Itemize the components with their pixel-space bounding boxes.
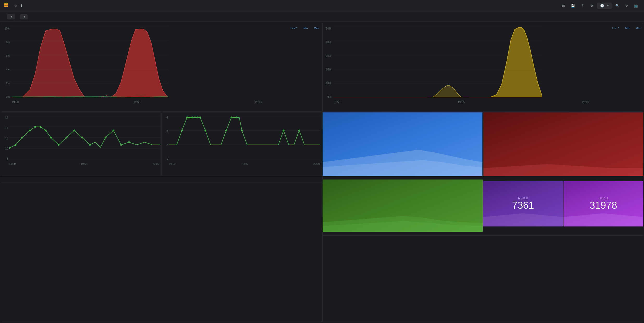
er-y-50: 50% [325, 27, 332, 30]
rd-x-2000: 20:00 [255, 100, 262, 104]
er-x-1955: 19:55 [458, 100, 465, 104]
star-icon[interactable]: ☆ [14, 4, 17, 8]
svg-point-34 [58, 144, 60, 146]
er-chart [334, 27, 542, 97]
rd-y-2s: 2 s [3, 82, 10, 85]
cr-title [162, 112, 321, 115]
er-leg-h-last: Last * [612, 27, 619, 30]
svg-point-51 [199, 117, 201, 118]
er-y-10: 10% [325, 82, 332, 85]
svg-marker-11 [111, 29, 168, 97]
time-chevron-icon: ▾ [607, 4, 609, 7]
rd-y-0s: 0 s [3, 95, 10, 98]
svg-point-36 [73, 130, 75, 131]
requests-duration-panel: 10 s 8 s 6 s 4 s 2 s 0 s [1, 23, 322, 112]
er-leg-h-max: Max [636, 27, 641, 30]
settings-icon[interactable]: ⚙ [588, 2, 596, 9]
svg-marker-19 [490, 27, 542, 97]
svg-point-33 [50, 137, 52, 139]
er-y-40: 40% [325, 40, 332, 44]
svg-point-59 [298, 130, 300, 131]
svg-point-35 [66, 137, 68, 139]
svg-point-40 [113, 130, 114, 131]
tr-title [323, 112, 482, 115]
topbar-left: ☆ ⬆ [4, 3, 23, 8]
rd-leg-h-last: Last * [291, 27, 297, 30]
time-range-picker[interactable]: 🕐 ▾ [597, 3, 612, 9]
svg-point-28 [21, 137, 23, 139]
http11-panel: http/1.1 31978 [563, 181, 643, 226]
cc-x-2000: 20:00 [152, 163, 159, 165]
instance-chevron-icon: ▾ [24, 15, 25, 18]
svg-point-52 [231, 117, 232, 118]
er-x-2000: 20:00 [582, 100, 589, 104]
svg-marker-10 [12, 29, 98, 97]
svg-point-31 [40, 126, 41, 128]
cr-y-3: 3 [163, 130, 168, 133]
job-dropdown[interactable]: ▾ [7, 14, 15, 19]
svg-point-38 [89, 144, 91, 146]
refresh-icon[interactable]: ↻ [623, 2, 630, 9]
http10-label: http/1.0 [518, 197, 528, 200]
svg-point-47 [186, 117, 188, 118]
cc-y-12: 12 [2, 137, 8, 140]
zoom-out-icon[interactable]: 🔍 [613, 2, 621, 9]
cr-x-1955: 19:55 [241, 163, 248, 165]
cc-x-1955: 19:55 [81, 163, 87, 165]
errors-rate-title [323, 23, 643, 26]
svg-point-42 [128, 141, 130, 143]
svg-point-56 [225, 130, 227, 131]
cr-chart [169, 116, 320, 159]
svg-marker-18 [427, 86, 469, 97]
rd-y-6s: 6 s [3, 54, 10, 57]
er-y-20: 20% [325, 68, 332, 71]
errors-rate-panel: 50% 40% 30% 20% 10% 0% [322, 23, 644, 112]
top-ep-table-header [1, 180, 322, 183]
svg-point-49 [194, 117, 196, 118]
http11-label: http/1.1 [599, 197, 608, 200]
topbar-right: ⊞ 💾 ? ⚙ 🕐 ▾ 🔍 ↻ 📺 [560, 2, 640, 9]
cr-y-2: 2 [163, 143, 168, 146]
svg-point-50 [197, 117, 199, 118]
grafana-icon [4, 3, 9, 8]
save-dashboard-icon[interactable]: 💾 [569, 2, 577, 9]
svg-rect-2 [4, 5, 6, 7]
rd-y-4s: 4 s [3, 68, 10, 71]
help-icon[interactable]: ? [578, 2, 586, 9]
instance-dropdown[interactable]: ▾ [20, 14, 28, 19]
svg-point-39 [105, 137, 107, 139]
cc-title [1, 112, 161, 115]
add-panel-icon[interactable]: ⊞ [560, 2, 567, 9]
svg-point-37 [81, 137, 83, 139]
te-title [483, 112, 643, 115]
share-icon[interactable]: ⬆ [20, 4, 23, 8]
rd-y-10s: 10 s [3, 27, 10, 30]
cc-y-8: 8 [2, 157, 8, 160]
svg-point-48 [192, 117, 193, 118]
cr-y-1: 1 [163, 157, 168, 160]
cc-y-14: 14 [2, 127, 8, 129]
svg-point-54 [181, 130, 183, 131]
svg-point-53 [236, 117, 238, 118]
svg-rect-1 [6, 3, 8, 5]
http-protocol-container: http/1.0 7361 http/1.1 [483, 180, 643, 232]
svg-point-30 [34, 126, 36, 128]
cc-chart [9, 116, 160, 159]
rd-y-8s: 8 s [3, 40, 10, 44]
cr-x-2000: 20:00 [313, 163, 320, 165]
cc-y-10: 10 [2, 147, 8, 150]
er-y-30: 30% [325, 54, 332, 57]
cc-y-16: 16 [2, 116, 8, 119]
svg-point-41 [120, 144, 122, 146]
clock-icon: 🕐 [600, 4, 604, 8]
kiosk-icon[interactable]: 📺 [632, 2, 640, 9]
cc-x-1950: 19:50 [9, 163, 16, 165]
top-exc-title [323, 177, 643, 180]
svg-point-57 [241, 130, 243, 131]
top-exc-endpoints-panel: http/1.0 7361 http/1.1 [322, 177, 644, 322]
svg-rect-3 [6, 5, 8, 7]
job-chevron-icon: ▾ [11, 15, 12, 18]
er-x-1950: 19:50 [334, 100, 340, 104]
http10-value: 7361 [512, 200, 534, 211]
current-requests-panel: 4 3 2 1 [161, 112, 322, 176]
